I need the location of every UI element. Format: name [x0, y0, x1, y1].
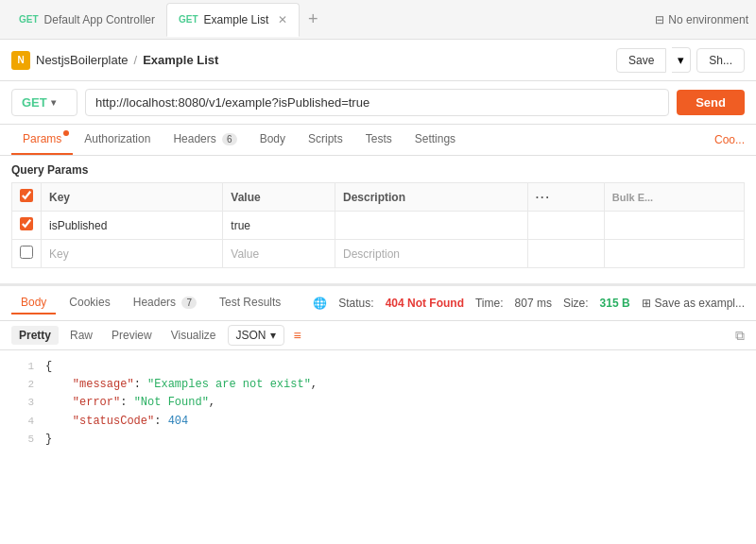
tab-close-icon[interactable]: ✕ [278, 13, 287, 26]
json-line-5: 5 } [0, 431, 756, 449]
json-line-2: 2 "message": "Examples are not exist", [0, 376, 756, 394]
save-button[interactable]: Save [616, 48, 666, 73]
th-description: Description [335, 183, 528, 212]
tab-settings[interactable]: Settings [404, 125, 467, 155]
th-actions: ··· [527, 183, 604, 212]
resp-cookies-label: Cookies [69, 296, 110, 309]
resp-headers-label: Headers [133, 296, 176, 309]
body-label: Body [260, 132, 285, 145]
breadcrumb-workspace[interactable]: NestjsBoilerplate [36, 53, 129, 67]
no-env-icon: ⊟ [655, 13, 664, 26]
send-button[interactable]: Send [677, 90, 745, 115]
row-checkbox[interactable] [20, 217, 33, 230]
share-button[interactable]: Sh... [696, 48, 745, 73]
tab-method-get-2: GET [179, 14, 198, 25]
tab-label-2: Example List [204, 13, 269, 26]
fmt-visualize-button[interactable]: Visualize [163, 326, 224, 345]
tab-tests[interactable]: Tests [354, 125, 404, 155]
tab-body[interactable]: Body [249, 125, 297, 155]
resp-test-label: Test Results [219, 296, 281, 309]
tab-authorization[interactable]: Authorization [73, 125, 162, 155]
breadcrumb-current: Example List [143, 53, 218, 67]
th-key: Key [42, 183, 223, 212]
params-dot [63, 130, 69, 136]
row-key[interactable]: isPublished [42, 212, 223, 240]
fmt-raw-button[interactable]: Raw [62, 326, 100, 345]
resp-tab-headers[interactable]: Headers 7 [124, 292, 206, 314]
size-label: Size: [563, 297, 589, 310]
empty-row-checkbox[interactable] [20, 246, 33, 259]
size-value: 315 B [600, 297, 630, 310]
tab-default-app-controller[interactable]: GET Default App Controller [8, 3, 166, 37]
cookies-link[interactable]: Coo... [714, 133, 745, 146]
row-description[interactable] [335, 212, 528, 240]
workspace-icon: N [11, 51, 30, 70]
json-line-1: 1 { [0, 358, 756, 376]
resp-tab-cookies[interactable]: Cookies [60, 292, 119, 314]
scripts-label: Scripts [308, 132, 343, 145]
response-section: Body Cookies Headers 7 Test Results 🌐 St… [0, 283, 756, 544]
globe-icon: 🌐 [313, 297, 327, 310]
query-params-title: Query Params [11, 163, 745, 177]
tab-label: Default App Controller [44, 13, 155, 26]
resp-tab-test-results[interactable]: Test Results [210, 292, 290, 314]
headers-label: Headers [173, 132, 215, 145]
request-tabs: Params Authorization Headers 6 Body Scri… [0, 125, 756, 156]
table-row: isPublished true [12, 212, 745, 240]
fmt-preview-button[interactable]: Preview [104, 326, 160, 345]
empty-value[interactable]: Value [223, 240, 335, 268]
tests-label: Tests [366, 132, 392, 145]
json-line-3: 3 "error": "Not Found", [0, 394, 756, 412]
breadcrumb: N NestjsBoilerplate / Example List [11, 51, 609, 70]
method-select[interactable]: GET ▾ [11, 89, 77, 116]
save-dropdown-button[interactable]: ▾ [672, 47, 691, 73]
tab-bar-right: ⊟ No environment [655, 13, 748, 26]
status-code: 404 Not Found [386, 297, 464, 310]
header-actions: Save ▾ Sh... [616, 47, 745, 73]
json-type-select[interactable]: JSON ▾ [228, 325, 284, 346]
word-wrap-icon[interactable]: ≡ [294, 328, 301, 343]
tab-example-list[interactable]: GET Example List ✕ [166, 3, 300, 37]
table-row-empty: Key Value Description [12, 240, 745, 268]
json-line-4: 4 "statusCode": 404 [0, 413, 756, 431]
select-all-checkbox[interactable] [20, 189, 33, 202]
status-label: Status: [338, 297, 373, 310]
format-bar: Pretty Raw Preview Visualize JSON ▾ ≡ ⧉ [0, 321, 756, 350]
th-bulk: Bulk E... [604, 183, 744, 212]
breadcrumb-separator: / [134, 53, 138, 67]
resp-headers-badge: 7 [181, 297, 197, 309]
row-value[interactable]: true [223, 212, 335, 240]
url-bar: GET ▾ Send [0, 81, 756, 125]
response-status: 🌐 Status: 404 Not Found Time: 807 ms Siz… [313, 297, 745, 310]
json-output: 1 { 2 "message": "Examples are not exist… [0, 350, 756, 456]
resp-body-label: Body [21, 296, 46, 309]
no-env-label: No environment [668, 13, 748, 26]
add-tab-button[interactable]: + [300, 7, 326, 33]
empty-description[interactable]: Description [335, 240, 528, 268]
save-icon: ⊞ [642, 297, 651, 310]
params-section: Query Params Key Value Description ··· B… [0, 156, 756, 276]
tab-params[interactable]: Params [11, 125, 73, 155]
tab-headers[interactable]: Headers 6 [162, 125, 248, 155]
method-arrow-icon: ▾ [51, 97, 56, 108]
json-arrow-icon: ▾ [270, 329, 276, 342]
url-input[interactable] [85, 89, 669, 116]
params-label: Params [23, 132, 61, 145]
response-tabs: Body Cookies Headers 7 Test Results 🌐 St… [0, 286, 756, 321]
time-label: Time: [475, 297, 504, 310]
fmt-pretty-button[interactable]: Pretty [11, 326, 59, 345]
settings-label: Settings [415, 132, 455, 145]
tab-scripts[interactable]: Scripts [297, 125, 354, 155]
tab-method-get: GET [19, 14, 39, 25]
tab-bar: GET Default App Controller GET Example L… [0, 0, 756, 40]
no-environment[interactable]: ⊟ No environment [655, 13, 748, 26]
th-checkbox [12, 183, 42, 212]
auth-label: Authorization [84, 132, 150, 145]
resp-tab-body[interactable]: Body [11, 292, 56, 314]
json-label: JSON [236, 329, 266, 342]
headers-badge: 6 [222, 133, 237, 145]
save-as-label[interactable]: ⊞ Save as exampl... [642, 297, 745, 310]
copy-icon[interactable]: ⧉ [735, 328, 745, 344]
params-table: Key Value Description ··· Bulk E... isPu… [11, 182, 745, 268]
empty-key[interactable]: Key [42, 240, 223, 268]
